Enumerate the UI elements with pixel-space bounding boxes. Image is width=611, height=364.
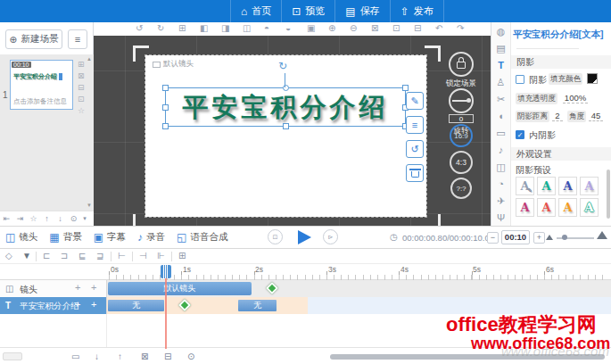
background-tool-button[interactable]: ▦背景: [49, 231, 81, 244]
play-button[interactable]: [298, 230, 311, 244]
fill-color-swatch[interactable]: [587, 73, 598, 84]
group-icon[interactable]: ⊞: [178, 23, 186, 33]
exit-animation-segment[interactable]: 无: [238, 300, 277, 311]
selection-box[interactable]: [165, 87, 406, 127]
fill-color-button[interactable]: 填充颜色: [549, 73, 582, 85]
paste-icon[interactable]: ⊟: [414, 23, 421, 33]
resize-handle[interactable]: [402, 85, 409, 91]
copy-icon[interactable]: ⊡: [392, 23, 400, 33]
ratio-custom-button[interactable]: ?:?: [450, 178, 472, 199]
timeline-zoom-thumb[interactable]: [562, 235, 567, 240]
extend-left-icon[interactable]: ⊢: [118, 251, 126, 261]
ratio-4-3-button[interactable]: 4:3: [450, 151, 473, 174]
duration-field[interactable]: 00:10: [501, 230, 530, 244]
rotate-left-icon[interactable]: ↺: [136, 23, 143, 33]
align-right-icon[interactable]: ◨: [221, 23, 229, 33]
scene-scroll-down-icon[interactable]: ▼: [87, 203, 92, 208]
clip-align-start-icon[interactable]: ⊑: [78, 251, 86, 261]
timeline-ruler[interactable]: 0s 1s 2s 3s 4s 5s 6s: [0, 264, 611, 280]
stage[interactable]: [145, 55, 426, 217]
add-text-keyframe-button[interactable]: +: [91, 299, 96, 310]
animation-button[interactable]: ↺: [406, 140, 424, 158]
delete-scene-icon[interactable]: ⊠: [78, 71, 85, 80]
shadow-distance-value[interactable]: 2: [552, 111, 563, 121]
favorite-scene-icon[interactable]: ☆: [78, 106, 85, 115]
rotate-right-icon[interactable]: ↻: [157, 23, 164, 33]
shadow-preset-lavender[interactable]: A: [580, 177, 599, 195]
shadow-preset-magenta[interactable]: A: [516, 198, 534, 217]
lock-layer-icon[interactable]: ⊟: [164, 352, 171, 361]
import-scene-icon[interactable]: ⇤: [0, 214, 13, 223]
home-button[interactable]: ⌂ 首页: [230, 0, 281, 22]
effects-icon[interactable]: ◔: [491, 178, 510, 189]
expand-caret-icon[interactable]: ▾: [80, 215, 89, 222]
scene-thumbnail[interactable]: 00:10 平安宝积分介绍 点击添加备注信息: [10, 60, 73, 110]
move-layer-up-icon[interactable]: ↑: [118, 352, 122, 361]
text-track-header[interactable]: T 平安宝积分介绍 + +: [0, 297, 107, 314]
visibility-icon[interactable]: ⊙: [187, 352, 194, 361]
clip-move-left-icon[interactable]: ⊏: [43, 251, 50, 261]
add-camera-keyframe-button[interactable]: +: [91, 282, 96, 293]
inner-shadow-checkbox[interactable]: ✓: [516, 130, 524, 139]
save-button[interactable]: ▤ 保存: [334, 0, 389, 22]
delete-element-button[interactable]: [406, 164, 424, 182]
resize-handle[interactable]: [283, 123, 289, 129]
keyframe-diamond[interactable]: [266, 282, 278, 294]
align-top-icon[interactable]: ◓: [264, 23, 269, 33]
playhead-marker[interactable]: [161, 265, 171, 278]
resize-handle[interactable]: [162, 85, 169, 91]
undo-icon[interactable]: ↶: [435, 23, 442, 33]
duplicate-scene-icon[interactable]: ⊞: [78, 60, 85, 69]
split-icon[interactable]: ⊩: [157, 251, 165, 261]
resize-handle[interactable]: [162, 123, 169, 129]
favorite-icon[interactable]: ☆: [27, 214, 40, 223]
shadow-preset-outline[interactable]: A: [580, 198, 599, 217]
shadow-checkbox[interactable]: [516, 75, 524, 84]
timeline-settings-icon[interactable]: ⊞: [178, 251, 186, 261]
subtitle-tool-button[interactable]: ▣字幕: [94, 231, 126, 244]
canvas-area[interactable]: 默认镜头 平安宝积分介绍 ↻ ✎ ≡ ↺ 锁定场景 0 旋转: [94, 36, 491, 226]
default-camera-clip[interactable]: 默认镜头: [108, 282, 252, 295]
camera-track-header[interactable]: ◫ 镜头 + +: [0, 280, 107, 297]
extend-right-icon[interactable]: ⊣: [139, 251, 147, 261]
zoom-in-icon[interactable]: ⊕: [328, 23, 335, 33]
scene-note-placeholder[interactable]: 点击添加备注信息: [13, 97, 67, 106]
shapes-icon[interactable]: ◍: [491, 26, 510, 37]
fill-opacity-value[interactable]: 100%: [563, 93, 588, 103]
timeline-zoom-in-icon[interactable]: [597, 231, 607, 239]
element-settings-button[interactable]: ≡: [406, 116, 424, 134]
camera-tool-button[interactable]: ◫镜头: [5, 231, 37, 244]
more-options-icon[interactable]: ⊙: [67, 214, 80, 223]
speech-bubble-icon[interactable]: ◖: [491, 111, 510, 121]
scene-template-button[interactable]: ≡: [68, 29, 87, 49]
shadow-preset-teal[interactable]: A: [537, 177, 556, 195]
materials-icon[interactable]: ▭: [491, 128, 510, 139]
image-icon[interactable]: ▤: [491, 43, 510, 54]
filter-icon[interactable]: ▼: [22, 251, 31, 261]
keyframe-icon[interactable]: ◇: [5, 251, 12, 261]
move-scene-down-icon[interactable]: ↓: [54, 214, 67, 223]
rotation-dial[interactable]: [449, 88, 474, 113]
delete-layer-icon[interactable]: ⊠: [141, 352, 148, 361]
rotation-value-field[interactable]: 0: [449, 114, 474, 123]
preview-scene-button[interactable]: ⊳: [323, 229, 338, 244]
voice-icon[interactable]: Ψ: [491, 212, 510, 223]
music-icon[interactable]: ♪: [491, 145, 510, 155]
angle-value[interactable]: 45: [589, 111, 603, 121]
duration-decrease-button[interactable]: −: [487, 232, 499, 244]
branch-scene-icon[interactable]: ⊡: [78, 95, 85, 103]
shadow-preset-blue[interactable]: A: [558, 177, 577, 195]
clip-align-end-icon[interactable]: ⊒: [96, 251, 103, 261]
align-center-vertical-icon[interactable]: ▣: [307, 23, 315, 33]
redo-icon[interactable]: ↷: [457, 23, 464, 33]
ratio-16-9-button[interactable]: 16:9: [450, 124, 473, 147]
clip-move-right-icon[interactable]: ⊐: [61, 251, 68, 261]
rotate-handle-icon[interactable]: ↻: [278, 60, 287, 72]
align-bottom-icon[interactable]: ◒: [285, 23, 291, 33]
lock-element-icon[interactable]: ⊠: [371, 23, 378, 33]
shadow-preset-red[interactable]: A: [537, 198, 556, 217]
zoom-out-icon[interactable]: ⊖: [350, 23, 357, 33]
move-layer-down-icon[interactable]: ↓: [95, 352, 99, 361]
record-tool-button[interactable]: ♪录音: [137, 231, 165, 244]
entrance-animation-segment[interactable]: 无: [108, 300, 164, 311]
